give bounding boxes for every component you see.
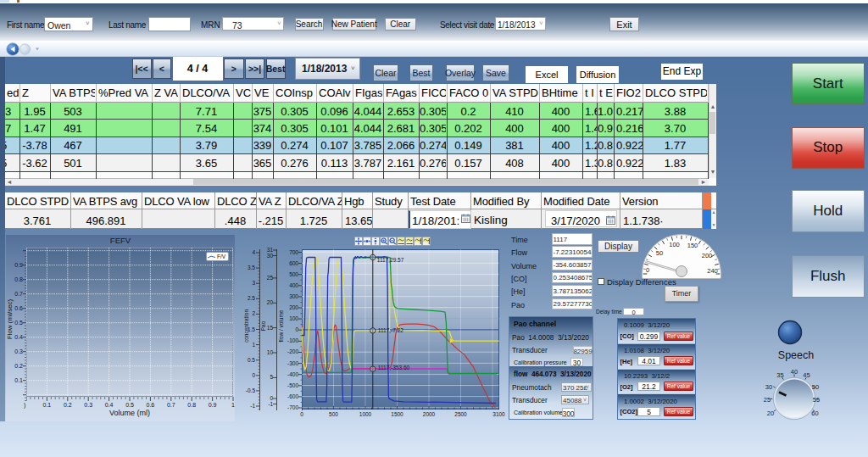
svg-text:240: 240 (707, 267, 718, 275)
svg-text:25: 25 (764, 396, 771, 404)
svg-text:30: 30 (765, 383, 772, 391)
svg-text:50: 50 (656, 249, 663, 257)
svg-text:200: 200 (702, 252, 713, 259)
svg-text:150: 150 (687, 242, 698, 249)
svg-text:100: 100 (669, 241, 680, 248)
svg-text:55: 55 (813, 396, 820, 404)
svg-text:0: 0 (646, 266, 649, 274)
svg-text:20: 20 (767, 410, 774, 417)
svg-text:60: 60 (811, 410, 818, 417)
